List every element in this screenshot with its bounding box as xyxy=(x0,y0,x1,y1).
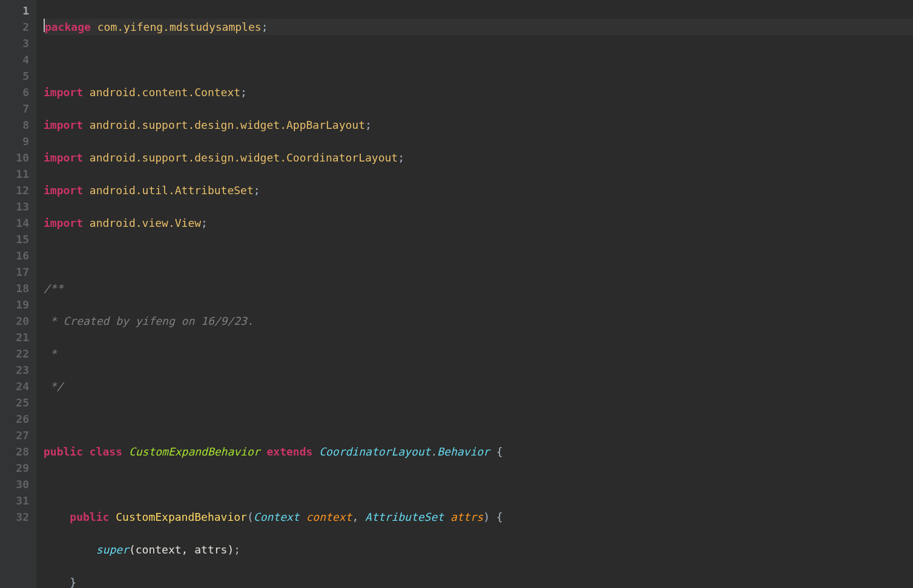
code-line[interactable] xyxy=(44,411,913,427)
code-line[interactable]: import android.view.View; xyxy=(44,215,913,231)
code-line[interactable]: */ xyxy=(44,378,913,394)
line-number: 13 xyxy=(5,198,29,215)
code-line[interactable]: public class CustomExpandBehavior extend… xyxy=(44,443,913,460)
line-number: 21 xyxy=(5,329,29,345)
code-line[interactable]: import android.support.design.widget.App… xyxy=(44,117,913,133)
code-line[interactable]: * Created by yifeng on 16/9/23. xyxy=(44,313,913,329)
code-line[interactable] xyxy=(44,476,913,492)
line-number: 19 xyxy=(5,296,29,313)
line-number: 17 xyxy=(5,264,29,280)
line-number: 25 xyxy=(5,394,29,411)
line-number: 27 xyxy=(5,427,29,443)
line-number: 14 xyxy=(5,215,29,231)
line-number: 7 xyxy=(5,100,29,117)
line-number: 29 xyxy=(5,460,29,476)
line-number: 9 xyxy=(5,133,29,149)
line-number: 4 xyxy=(5,51,29,68)
code-line[interactable]: import android.content.Context; xyxy=(44,84,913,100)
line-number: 5 xyxy=(5,68,29,84)
line-number: 11 xyxy=(5,166,29,182)
line-number: 10 xyxy=(5,149,29,166)
line-number: 1 xyxy=(5,2,29,19)
line-number: 23 xyxy=(5,362,29,378)
line-number: 3 xyxy=(5,35,29,51)
line-number: 32 xyxy=(5,509,29,525)
line-number: 30 xyxy=(5,476,29,492)
line-number: 15 xyxy=(5,231,29,247)
code-line[interactable] xyxy=(44,51,913,68)
line-number: 31 xyxy=(5,492,29,509)
code-line[interactable]: import android.support.design.widget.Coo… xyxy=(44,149,913,166)
code-line[interactable]: import android.util.AttributeSet; xyxy=(44,182,913,198)
code-line[interactable]: } xyxy=(44,574,913,588)
line-number: 20 xyxy=(5,313,29,329)
line-number: 16 xyxy=(5,247,29,264)
code-line[interactable] xyxy=(44,247,913,264)
code-line[interactable]: super(context, attrs); xyxy=(44,541,913,558)
line-number-gutter: 1 2 3 4 5 6 7 8 9 10 11 12 13 14 15 16 1… xyxy=(0,0,36,588)
line-number: 18 xyxy=(5,280,29,296)
line-number: 8 xyxy=(5,117,29,133)
line-number: 26 xyxy=(5,411,29,427)
code-line[interactable]: /** xyxy=(44,280,913,296)
code-editor[interactable]: 1 2 3 4 5 6 7 8 9 10 11 12 13 14 15 16 1… xyxy=(0,0,913,588)
code-line[interactable]: public CustomExpandBehavior(Context cont… xyxy=(44,509,913,525)
line-number: 24 xyxy=(5,378,29,394)
code-line[interactable]: package com.yifeng.mdstudysamples; xyxy=(44,19,913,35)
line-number: 12 xyxy=(5,182,29,198)
line-number: 2 xyxy=(5,19,29,35)
line-number: 6 xyxy=(5,84,29,100)
code-area[interactable]: package com.yifeng.mdstudysamples; impor… xyxy=(36,0,913,588)
line-number: 28 xyxy=(5,443,29,460)
line-number: 22 xyxy=(5,345,29,362)
code-line[interactable]: * xyxy=(44,345,913,362)
